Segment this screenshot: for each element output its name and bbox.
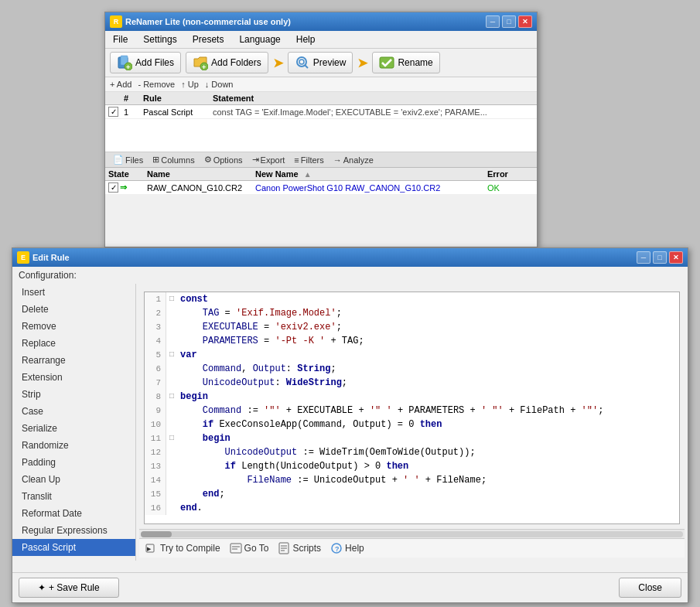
tab-analyze[interactable]: → Analyze: [330, 155, 377, 165]
bottom-buttons: ✦ + Save Rule Close: [12, 572, 688, 602]
down-button[interactable]: ↓ Down: [205, 80, 234, 89]
scripts-button[interactable]: Scripts: [278, 542, 321, 554]
try-compile-label: Try to Compile: [160, 543, 220, 554]
preview-icon: [295, 55, 310, 70]
panel-item-padding[interactable]: Padding: [12, 454, 135, 471]
panel-item-extension[interactable]: Extension: [12, 369, 135, 386]
renamer-title-bar: R ReNamer Lite (non-commercial use only)…: [105, 12, 537, 31]
code-line-2: 2 TAG = 'Exif.Image.Model';: [145, 306, 679, 320]
minimize-button[interactable]: ─: [486, 15, 500, 28]
files-table-body: ✓ ⇒ RAW_CANON_G10.CR2 Canon PowerShot G1…: [105, 181, 537, 194]
code-editor[interactable]: 1 □ const 2 TAG = 'Exif.Image.Model'; 3 …: [144, 292, 680, 524]
svg-text:▶: ▶: [147, 546, 152, 551]
close-renamer-button[interactable]: ✕: [518, 15, 532, 28]
add-rule-button[interactable]: + Add: [110, 80, 131, 89]
table-row[interactable]: ✓ 1 Pascal Script const TAG = 'Exif.Imag…: [105, 105, 537, 119]
col-check: [108, 94, 124, 103]
panel-item-serialize[interactable]: Serialize: [12, 420, 135, 437]
edit-minimize-button[interactable]: ─: [637, 251, 650, 264]
tab-filters[interactable]: ≡ Filters: [291, 155, 326, 165]
add-folders-button[interactable]: + Add Folders: [186, 52, 268, 73]
close-button[interactable]: Close: [619, 578, 681, 598]
col-rule: Rule: [143, 94, 213, 103]
tabs-row: 📄 Files ⊞ Columns ⚙ Options ⇥ Export ≡ F…: [105, 152, 537, 168]
config-label: Configuration:: [12, 267, 688, 284]
edit-maximize-button[interactable]: □: [653, 251, 667, 264]
horizontal-scrollbar[interactable]: [139, 529, 685, 538]
panel-item-cleanup[interactable]: Clean Up: [12, 471, 135, 488]
edit-rule-title-bar: E Edit Rule ─ □ ✕: [12, 248, 688, 267]
remove-rule-button[interactable]: - Remove: [138, 80, 175, 89]
try-compile-button[interactable]: ▶ Try to Compile: [145, 542, 220, 554]
tab-options[interactable]: ⚙ Options: [201, 154, 246, 165]
add-folders-icon: +: [193, 55, 208, 70]
rename-icon: [379, 55, 394, 70]
code-line-1: 1 □ const: [145, 292, 679, 306]
maximize-button[interactable]: □: [502, 15, 516, 28]
panel-item-rearrange[interactable]: Rearrange: [12, 352, 135, 369]
goto-icon: [230, 542, 242, 554]
rules-table-header: # Rule Statement: [105, 92, 537, 105]
help-label: Help: [345, 543, 364, 554]
options-icon: ⚙: [204, 155, 212, 165]
panel-item-pascal-script[interactable]: Pascal Script: [12, 539, 135, 556]
menu-language[interactable]: Language: [234, 32, 285, 46]
file-state: ✓ ⇒: [108, 182, 147, 193]
sub-toolbar: + Add - Remove ↑ Up ↓ Down: [105, 77, 537, 92]
panel-item-case[interactable]: Case: [12, 403, 135, 420]
panel-item-strip[interactable]: Strip: [12, 386, 135, 403]
filters-icon: ≡: [294, 155, 299, 165]
panel-item-regex[interactable]: Regular Expressions: [12, 522, 135, 539]
add-files-label: Add Files: [135, 57, 174, 68]
panel-item-randomize[interactable]: Randomize: [12, 437, 135, 454]
preview-button[interactable]: Preview: [288, 52, 353, 73]
tab-columns[interactable]: ⊞ Columns: [149, 154, 197, 165]
panel-item-insert[interactable]: Insert: [12, 284, 135, 301]
panel-item-reformat-date[interactable]: Reformat Date: [12, 505, 135, 522]
add-files-icon: +: [117, 55, 132, 70]
rule-num: 1: [124, 107, 143, 117]
panel-item-translit[interactable]: Translit: [12, 488, 135, 505]
panel-item-delete[interactable]: Delete: [12, 301, 135, 318]
help-icon: ?: [330, 542, 343, 554]
svg-rect-12: [230, 544, 241, 553]
rules-table-body: ✓ 1 Pascal Script const TAG = 'Exif.Imag…: [105, 105, 537, 152]
code-line-4: 4 PARAMETERS = '-Pt -K ' + TAG;: [145, 334, 679, 348]
code-line-7: 7 UnicodeOutput: WideString;: [145, 376, 679, 390]
menu-help[interactable]: Help: [292, 32, 320, 46]
menu-settings[interactable]: Settings: [138, 32, 181, 46]
menu-bar: File Settings Presets Language Help: [105, 31, 537, 49]
renamer-window: R ReNamer Lite (non-commercial use only)…: [104, 12, 538, 247]
code-editor-container: 1 □ const 2 TAG = 'Exif.Image.Model'; 3 …: [136, 284, 688, 561]
panel-item-replace[interactable]: Replace: [12, 335, 135, 352]
panel-item-remove[interactable]: Remove: [12, 318, 135, 335]
rename-button[interactable]: Rename: [372, 52, 439, 73]
app-icon: R: [110, 15, 122, 28]
close-edit-button[interactable]: ✕: [669, 251, 683, 264]
add-files-button[interactable]: + Add Files: [110, 52, 181, 73]
code-line-6: 6 Command, Output: String;: [145, 362, 679, 376]
help-button[interactable]: ? Help: [330, 542, 364, 554]
panel-item-user-input[interactable]: User Input: [12, 556, 135, 561]
file-name: RAW_CANON_G10.CR2: [147, 183, 255, 193]
svg-text:?: ?: [335, 545, 340, 553]
rule-checkbox[interactable]: ✓: [108, 107, 124, 117]
up-button[interactable]: ↑ Up: [181, 80, 199, 89]
title-bar-buttons: ─ □ ✕: [486, 15, 532, 28]
save-icon: ✦: [38, 582, 46, 593]
tab-export[interactable]: ⇥ Export: [249, 154, 289, 165]
arrow-2: ➤: [357, 56, 367, 70]
edit-rule-content: Insert Delete Remove Replace Rearrange E…: [12, 284, 688, 561]
goto-button[interactable]: Go To: [230, 542, 269, 554]
edit-rule-title: Edit Rule: [32, 253, 70, 262]
svg-text:+: +: [202, 63, 206, 70]
menu-presets[interactable]: Presets: [188, 32, 229, 46]
menu-file[interactable]: File: [108, 32, 132, 46]
tab-files[interactable]: 📄 Files: [110, 154, 146, 165]
files-row[interactable]: ✓ ⇒ RAW_CANON_G10.CR2 Canon PowerShot G1…: [105, 181, 537, 194]
code-line-13: 13 if Length(UnicodeOutput) > 0 then: [145, 459, 679, 473]
scripts-label: Scripts: [292, 543, 321, 554]
save-rule-button[interactable]: ✦ + Save Rule: [19, 578, 119, 598]
edit-rule-title-left: E Edit Rule: [17, 251, 70, 264]
file-error: OK: [487, 183, 534, 193]
